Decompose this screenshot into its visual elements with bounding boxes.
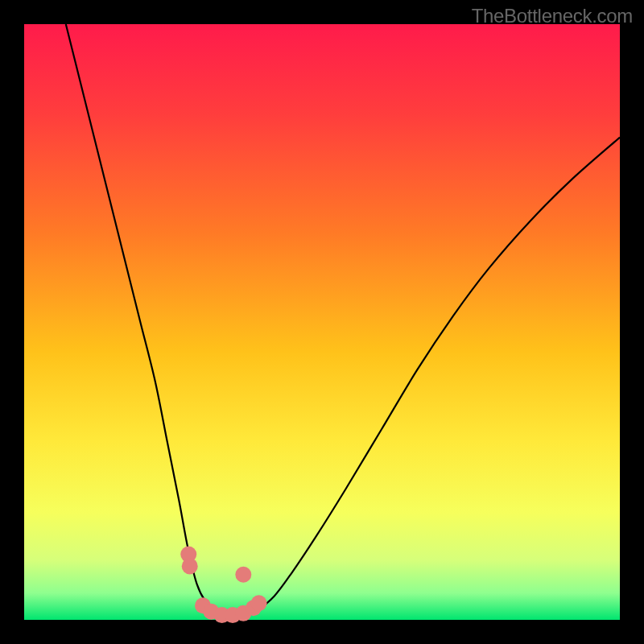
data-marker (251, 595, 267, 611)
data-marker (235, 567, 251, 583)
data-marker (182, 558, 198, 574)
plot-background (24, 24, 620, 620)
bottleneck-curve-chart (0, 0, 644, 644)
watermark-text: TheBottleneck.com (472, 5, 633, 27)
chart-root: TheBottleneck.com (0, 0, 644, 644)
